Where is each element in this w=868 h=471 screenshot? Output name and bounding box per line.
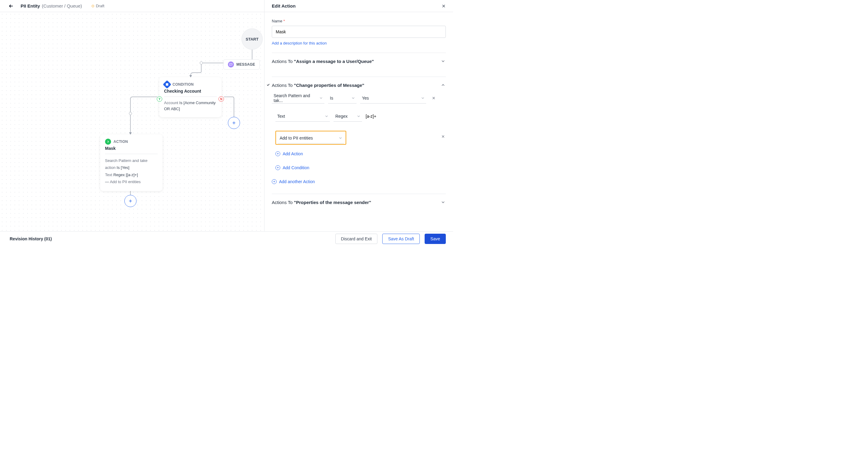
title-main: PII Entity bbox=[21, 3, 40, 8]
add-action-link[interactable]: Add Action bbox=[275, 151, 446, 156]
section-assign[interactable]: Actions To "Assign a message to a User/Q… bbox=[272, 58, 446, 64]
add-node-button[interactable] bbox=[124, 195, 136, 207]
plus-circle-icon bbox=[275, 165, 280, 170]
field-select[interactable]: Text bbox=[275, 111, 330, 122]
message-node[interactable]: MESSAGE bbox=[223, 59, 260, 70]
back-arrow-icon[interactable] bbox=[8, 3, 14, 9]
message-label: MESSAGE bbox=[236, 62, 255, 67]
field-select[interactable]: Search Pattern and tak... bbox=[272, 93, 324, 103]
highlighted-select: Add to PII entities bbox=[275, 131, 346, 145]
plus-circle-icon bbox=[272, 179, 277, 184]
value-select[interactable]: Yes bbox=[360, 93, 426, 103]
status-text: Draft bbox=[96, 4, 104, 8]
add-description-link[interactable]: Add a description for this action bbox=[272, 41, 327, 45]
name-label: Name * bbox=[272, 19, 446, 23]
section-sender-properties[interactable]: Actions To "Properties of the message se… bbox=[272, 199, 446, 205]
action-summary: Search Pattern and take action Is [Yes] … bbox=[105, 157, 158, 186]
message-icon bbox=[228, 61, 234, 67]
operator-select[interactable]: Is bbox=[328, 93, 356, 103]
workflow-canvas[interactable]: START MESSAGE CONDITION Checking Account… bbox=[0, 12, 264, 231]
remove-row-icon[interactable] bbox=[432, 96, 436, 100]
plus-circle-icon bbox=[275, 151, 280, 156]
no-badge: N bbox=[218, 96, 224, 102]
add-another-action-link[interactable]: Add another Action bbox=[272, 179, 446, 184]
action-title: Mask bbox=[105, 146, 158, 154]
section-change-properties[interactable]: Actions To "Change properties of Message… bbox=[272, 82, 446, 88]
add-condition-link[interactable]: Add Condition bbox=[275, 165, 446, 170]
close-icon[interactable] bbox=[441, 3, 446, 9]
remove-row-icon[interactable] bbox=[441, 134, 446, 138]
yes-badge: Y bbox=[157, 96, 162, 102]
panel-title: Edit Action bbox=[272, 3, 296, 8]
name-input[interactable] bbox=[272, 26, 446, 38]
add-node-button[interactable] bbox=[228, 117, 240, 129]
condition-summary: Account Is [Acme Community OR ABC] bbox=[164, 100, 217, 112]
pii-entity-select[interactable]: Add to PII entities bbox=[278, 133, 344, 144]
check-icon bbox=[266, 83, 270, 88]
action-type-label: ACTION bbox=[114, 139, 128, 144]
connector-dot bbox=[200, 61, 203, 64]
operator-select[interactable]: Regex bbox=[334, 111, 362, 122]
title-subtitle: (Customer / Queue) bbox=[42, 3, 82, 8]
status-badge: Draft bbox=[92, 4, 104, 8]
edit-action-panel: Edit Action Name * Add a description for… bbox=[264, 0, 453, 231]
value-input[interactable] bbox=[366, 114, 446, 119]
status-dot-icon bbox=[92, 5, 94, 7]
condition-title: Checking Account bbox=[164, 89, 217, 97]
chevron-down-icon bbox=[440, 199, 446, 205]
save-button[interactable]: Save bbox=[425, 234, 446, 244]
chevron-up-icon bbox=[440, 82, 446, 88]
page-title: PII Entity (Customer / Queue) bbox=[21, 3, 82, 8]
condition-type-label: CONDITION bbox=[173, 82, 194, 87]
action-node[interactable]: ACTION Mask Search Pattern and take acti… bbox=[100, 134, 162, 191]
condition-node[interactable]: CONDITION Checking Account Account Is [A… bbox=[159, 77, 221, 117]
chevron-down-icon bbox=[440, 58, 446, 64]
condition-icon bbox=[163, 80, 171, 89]
start-label: START bbox=[246, 37, 258, 41]
save-draft-button[interactable]: Save As Draft bbox=[382, 234, 420, 244]
revision-history[interactable]: Revision History (01) bbox=[10, 237, 52, 241]
action-icon bbox=[105, 138, 111, 145]
start-node[interactable]: START bbox=[242, 28, 263, 50]
discard-button[interactable]: Discard and Exit bbox=[335, 234, 378, 244]
connector-dot bbox=[129, 112, 132, 115]
